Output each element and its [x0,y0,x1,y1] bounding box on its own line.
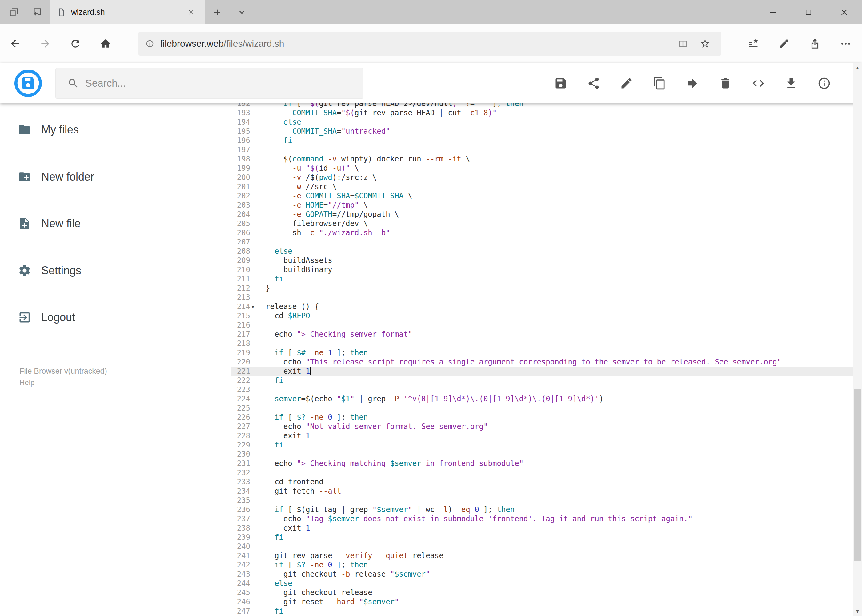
code-line[interactable]: 195 COMMIT_SHA="untracked" [231,127,853,136]
code-line[interactable]: 199 -u "$(id -u)" \ [231,163,853,173]
code-line[interactable]: 221 exit 1 [231,366,853,376]
delete-button[interactable] [709,68,742,99]
code-line[interactable]: 234 git fetch --all [231,487,853,496]
sidebar-item-settings[interactable]: Settings [0,247,231,294]
sidebar-item-new-file[interactable]: New file [0,200,231,247]
new-tab-button[interactable] [209,0,225,24]
page-scrollbar[interactable]: ▲ ▼ [853,63,862,616]
code-line[interactable]: 196 fi [231,136,853,145]
filebrowser-logo-icon[interactable] [14,69,43,97]
code-line[interactable]: 227 echo "Not valid semver format. See s… [231,422,853,431]
code-line[interactable]: 201 -w //src \ [231,182,853,191]
search-input[interactable] [85,77,350,89]
code-line[interactable]: 216 [231,321,853,330]
code-line[interactable]: 193 COMMIT_SHA="$(git rev-parse HEAD | c… [231,108,853,118]
more-button[interactable] [830,24,861,63]
rename-button[interactable] [610,68,643,99]
copy-button[interactable] [643,68,676,99]
code-line[interactable]: 231 echo "> Checking matching $semver in… [231,459,853,468]
code-line[interactable]: 240 [231,542,853,551]
search-box[interactable] [55,68,364,99]
close-button[interactable] [826,0,862,24]
code-line[interactable]: 214▾release () { [231,302,853,311]
tab-dropdown-button[interactable] [234,0,250,24]
code-line[interactable]: 222 fi [231,376,853,385]
home-button[interactable] [90,24,121,63]
set-aside-button[interactable] [32,0,43,24]
code-line[interactable]: 244 else [231,579,853,588]
forward-button[interactable] [30,24,60,63]
code-line[interactable]: 200 -v /$(pwd):/src:z \ [231,173,853,182]
code-line[interactable]: 238 exit 1 [231,523,853,533]
code-editor[interactable]: 192 if [ "$(git rev-parse HEAD 2>/dev/nu… [231,103,853,616]
move-button[interactable] [676,68,709,99]
code-line[interactable]: 194 else [231,118,853,127]
fold-caret-icon[interactable]: ▾ [251,302,255,311]
reading-view-button[interactable] [673,34,692,53]
code-line[interactable]: 235 [231,496,853,505]
code-line[interactable]: 198 $(command -v winpty) docker run --rm… [231,154,853,163]
scrollbar-thumb[interactable] [854,389,861,561]
sidebar-item-new-folder[interactable]: New folder [0,154,231,200]
code-line[interactable]: 218 [231,339,853,348]
code-line[interactable]: 192 if [ "$(git rev-parse HEAD 2>/dev/nu… [231,103,853,108]
code-line[interactable]: 247 fi [231,607,853,616]
code-line[interactable]: 236 if [ $(git tag | grep "$semver" | wc… [231,505,853,514]
code-line[interactable]: 213 [231,293,853,302]
code-view-button[interactable] [742,68,775,99]
minimize-button[interactable] [755,0,791,24]
code-line[interactable]: 207 [231,237,853,247]
code-line[interactable]: 202 -e COMMIT_SHA=$COMMIT_SHA \ [231,191,853,201]
code-line[interactable]: 203 -e HOME="//tmp" \ [231,201,853,210]
code-line[interactable]: 209 buildAssets [231,256,853,265]
back-button[interactable] [0,24,30,63]
code-line[interactable]: 219 if [ $# -ne 1 ]; then [231,348,853,357]
code-line[interactable]: 243 git checkout -b release "$semver" [231,570,853,579]
code-line[interactable]: 211 fi [231,274,853,284]
code-line[interactable]: 206 sh -c "./wizard.sh -b" [231,228,853,237]
code-line[interactable]: 223 [231,385,853,394]
code-line[interactable]: 205 filebrowser/dev \ [231,219,853,228]
code-line[interactable]: 215 cd $REPO [231,311,853,321]
code-line[interactable]: 237 echo "Tag $semver does not exist in … [231,514,853,523]
page-info-icon[interactable] [145,39,154,48]
code-line[interactable]: 225 [231,404,853,413]
sidebar-item-logout[interactable]: Logout [0,294,231,341]
code-line[interactable]: 204 -e GOPATH=//tmp/gopath \ [231,210,853,219]
scroll-down-button[interactable]: ▼ [853,607,862,616]
code-line[interactable]: 197 [231,145,853,154]
code-line[interactable]: 246 git reset --hard "$semver" [231,597,853,607]
share-button[interactable] [799,24,830,63]
code-line[interactable]: 233 cd frontend [231,477,853,487]
code-line[interactable]: 245 git checkout release [231,588,853,597]
save-button[interactable] [544,68,577,99]
code-line[interactable]: 210 buildBinary [231,265,853,274]
info-button[interactable] [807,68,840,99]
refresh-button[interactable] [60,24,90,63]
code-line[interactable]: 241 git rev-parse --verify --quiet relea… [231,551,853,560]
code-line[interactable]: 212} [231,284,853,293]
scroll-up-button[interactable]: ▲ [853,63,862,72]
code-line[interactable]: 220 echo "This release script requires a… [231,357,853,366]
help-link[interactable]: Help [19,377,107,388]
code-line[interactable]: 208 else [231,247,853,256]
code-line[interactable]: 226 if [ $? -ne 0 ]; then [231,413,853,422]
download-button[interactable] [775,68,807,99]
tab-close-button[interactable] [185,0,197,24]
ink-note-button[interactable] [769,24,799,63]
sidebar-item-my-files[interactable]: My files [0,107,231,153]
active-tab[interactable]: wizard.sh [50,0,205,24]
favorite-star-button[interactable] [695,34,715,53]
share-button[interactable] [577,68,610,99]
maximize-button[interactable] [791,0,826,24]
tab-preview-button[interactable] [8,0,20,24]
code-line[interactable]: 232 [231,468,853,477]
code-line[interactable]: 217 echo "> Checking semver format" [231,330,853,339]
code-line[interactable]: 224 semver=$(echo "$1" | grep -P '^v(0|[… [231,394,853,404]
favorites-hub-button[interactable] [738,24,769,63]
code-line[interactable]: 230 [231,449,853,459]
code-line[interactable]: 228 exit 1 [231,431,853,440]
code-line[interactable]: 229 fi [231,440,853,449]
code-line[interactable]: 242 if [ $? -ne 0 ]; then [231,560,853,570]
code-line[interactable]: 239 fi [231,533,853,542]
